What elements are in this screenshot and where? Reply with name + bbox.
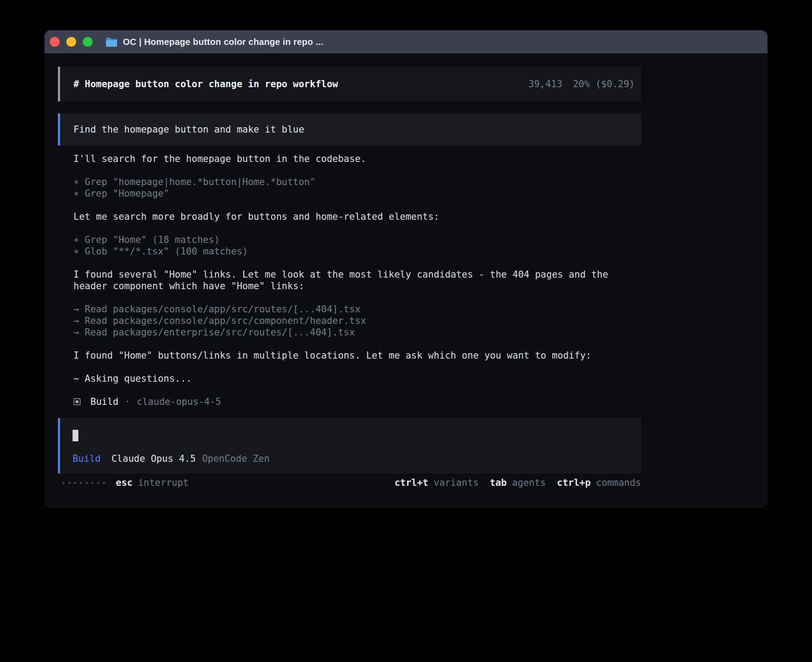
agent-separator: · bbox=[125, 396, 130, 407]
assistant-text: I found several "Home" links. Let me loo… bbox=[73, 269, 767, 292]
conversation: I'll search for the homepage button in t… bbox=[73, 153, 767, 384]
keybind-key: esc bbox=[116, 477, 133, 488]
window-titlebar[interactable]: OC | Homepage button color change in rep… bbox=[45, 30, 767, 53]
square-dot-icon bbox=[73, 398, 81, 405]
tool-call-line: → Read packages/console/app/src/routes/[… bbox=[73, 303, 767, 315]
tool-call-line: → Read packages/enterprise/src/routes/[.… bbox=[73, 327, 767, 338]
tool-call-line: ∗ Glob "**/*.tsx" (100 matches) bbox=[73, 246, 767, 257]
spinner-dot bbox=[74, 482, 76, 484]
keybind-agents-hint: tabagents bbox=[490, 477, 546, 488]
keybind-key: ctrl+t bbox=[394, 477, 428, 488]
assistant-line: header component which have "Home" links… bbox=[73, 280, 767, 292]
keybind-label: interrupt bbox=[138, 477, 189, 488]
keybind-variants-hint: ctrl+tvariants bbox=[394, 477, 479, 488]
assistant-text: I found "Home" buttons/links in multiple… bbox=[73, 350, 767, 361]
tool-call-line: ∗ Grep "Homepage" bbox=[73, 188, 767, 199]
zoom-button[interactable] bbox=[83, 37, 93, 47]
traffic-lights bbox=[50, 37, 99, 47]
provider-label: OpenCode Zen bbox=[202, 453, 270, 464]
statusbar-left: escinterrupt bbox=[116, 477, 189, 488]
tool-call-group: → Read packages/console/app/src/routes/[… bbox=[73, 303, 767, 338]
token-count: 39,413 bbox=[528, 79, 562, 89]
assistant-line: I'll search for the homepage button in t… bbox=[73, 153, 767, 165]
spinner-dot bbox=[68, 482, 70, 484]
spinner-dot bbox=[62, 482, 65, 484]
user-message: Find the homepage button and make it blu… bbox=[58, 113, 641, 145]
text-cursor bbox=[73, 430, 78, 441]
assistant-line: I found "Home" buttons/links in multiple… bbox=[73, 350, 767, 361]
keybind-commands-hint: ctrl+pcommands bbox=[557, 477, 641, 488]
user-message-text: Find the homepage button and make it blu… bbox=[73, 124, 304, 135]
status-bar: escinterrupt ctrl+tvariantstabagentsctrl… bbox=[58, 477, 641, 488]
agent-status-row: Build · claude-opus-4-5 bbox=[73, 396, 767, 408]
mode-label: Build bbox=[73, 453, 101, 464]
folder-icon bbox=[106, 37, 118, 47]
terminal-window: OC | Homepage button color change in rep… bbox=[45, 30, 767, 508]
tool-call-line: ∗ Grep "Home" (18 matches) bbox=[73, 234, 767, 246]
session-header: # Homepage button color change in repo w… bbox=[58, 67, 641, 101]
window-title: OC | Homepage button color change in rep… bbox=[123, 37, 323, 47]
spinner-dot bbox=[91, 482, 93, 484]
spinner-dot bbox=[103, 482, 105, 484]
keybind-interrupt-hint: escinterrupt bbox=[116, 477, 189, 488]
desktop-background: OC | Homepage button color change in rep… bbox=[0, 0, 812, 662]
keybind-key: ctrl+p bbox=[557, 477, 591, 488]
assistant-line: ~ Asking questions... bbox=[73, 373, 767, 384]
minimize-button[interactable] bbox=[66, 37, 76, 47]
spinner-dot bbox=[80, 482, 82, 484]
close-button[interactable] bbox=[50, 37, 60, 47]
assistant-line: I found several "Home" links. Let me loo… bbox=[73, 269, 767, 280]
prompt-input[interactable]: Build Claude Opus 4.5 OpenCode Zen bbox=[58, 418, 641, 473]
statusbar-right: ctrl+tvariantstabagentsctrl+pcommands bbox=[394, 477, 641, 488]
keybind-label: commands bbox=[596, 477, 641, 488]
assistant-text: ~ Asking questions... bbox=[73, 373, 767, 384]
assistant-line: Let me search more broadly for buttons a… bbox=[73, 211, 767, 222]
spinner-dot bbox=[97, 482, 99, 484]
tool-call-group: ∗ Grep "Home" (18 matches)∗ Glob "**/*.t… bbox=[73, 234, 767, 257]
spinner-dot bbox=[85, 482, 88, 484]
keybind-label: variants bbox=[434, 477, 479, 488]
context-cost: 20% ($0.29) bbox=[573, 79, 635, 89]
model-label: Claude Opus 4.5 bbox=[111, 453, 196, 464]
session-title: # Homepage button color change in repo w… bbox=[73, 79, 338, 89]
tool-call-line: → Read packages/console/app/src/componen… bbox=[73, 315, 767, 327]
tool-call-group: ∗ Grep "homepage|home.*button|Home.*butt… bbox=[73, 176, 767, 199]
assistant-text: Let me search more broadly for buttons a… bbox=[73, 211, 767, 222]
assistant-text: I'll search for the homepage button in t… bbox=[73, 153, 767, 165]
spinner-dots bbox=[62, 482, 109, 484]
terminal-content: # Homepage button color change in repo w… bbox=[45, 67, 767, 488]
agent-name: Build bbox=[90, 396, 118, 407]
input-meta-row: Build Claude Opus 4.5 OpenCode Zen bbox=[73, 453, 635, 464]
agent-model: claude-opus-4-5 bbox=[137, 396, 221, 407]
keybind-label: agents bbox=[512, 477, 546, 488]
keybind-key: tab bbox=[490, 477, 507, 488]
tool-call-line: ∗ Grep "homepage|home.*button|Home.*butt… bbox=[73, 176, 767, 188]
session-stats: 39,413 20% ($0.29) bbox=[528, 79, 635, 89]
